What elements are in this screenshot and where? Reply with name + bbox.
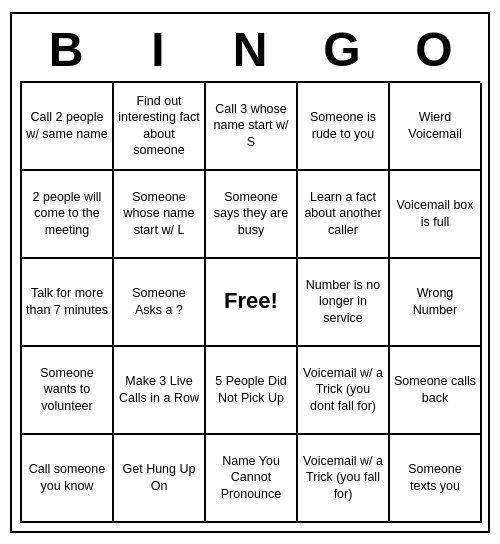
bingo-cell-8[interactable]: Learn a fact about another caller	[298, 171, 390, 259]
bingo-card: B I N G O Call 2 people w/ same nameFind…	[10, 12, 490, 533]
bingo-cell-17[interactable]: 5 People Did Not Pick Up	[206, 347, 298, 435]
letter-b: B	[23, 22, 109, 77]
bingo-cell-20[interactable]: Call someone you know	[22, 435, 114, 523]
bingo-cell-0[interactable]: Call 2 people w/ same name	[22, 83, 114, 171]
bingo-cell-22[interactable]: Name You Cannot Pronounce	[206, 435, 298, 523]
bingo-grid: Call 2 people w/ same nameFind out inter…	[20, 81, 480, 523]
bingo-cell-16[interactable]: Make 3 Live Calls in a Row	[114, 347, 206, 435]
bingo-header: B I N G O	[20, 22, 480, 77]
bingo-cell-23[interactable]: Voicemail w/ a Trick (you fall for)	[298, 435, 390, 523]
bingo-cell-12[interactable]: Free!	[206, 259, 298, 347]
bingo-cell-14[interactable]: Wrong Number	[390, 259, 482, 347]
bingo-cell-21[interactable]: Get Hung Up On	[114, 435, 206, 523]
bingo-cell-19[interactable]: Someone calls back	[390, 347, 482, 435]
bingo-cell-24[interactable]: Someone texts you	[390, 435, 482, 523]
letter-i: I	[115, 22, 201, 77]
letter-g: G	[299, 22, 385, 77]
bingo-cell-1[interactable]: Find out interesting fact about someone	[114, 83, 206, 171]
bingo-cell-18[interactable]: Voicemail w/ a Trick (you dont fall for)	[298, 347, 390, 435]
letter-n: N	[207, 22, 293, 77]
bingo-cell-13[interactable]: Number is no longer in service	[298, 259, 390, 347]
bingo-cell-2[interactable]: Call 3 whose name start w/ S	[206, 83, 298, 171]
bingo-cell-5[interactable]: 2 people will come to the meeting	[22, 171, 114, 259]
bingo-cell-7[interactable]: Someone says they are busy	[206, 171, 298, 259]
bingo-cell-6[interactable]: Someone whose name start w/ L	[114, 171, 206, 259]
bingo-cell-9[interactable]: Voicemail box is full	[390, 171, 482, 259]
bingo-cell-4[interactable]: Wierd Voicemail	[390, 83, 482, 171]
bingo-cell-11[interactable]: Someone Asks a ?	[114, 259, 206, 347]
bingo-cell-15[interactable]: Someone wants to volunteer	[22, 347, 114, 435]
bingo-cell-10[interactable]: Talk for more than 7 minutes	[22, 259, 114, 347]
bingo-cell-3[interactable]: Someone is rude to you	[298, 83, 390, 171]
letter-o: O	[391, 22, 477, 77]
